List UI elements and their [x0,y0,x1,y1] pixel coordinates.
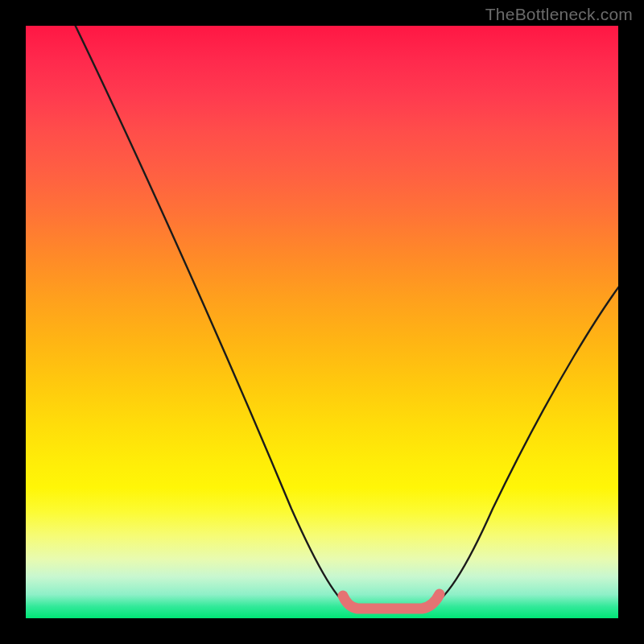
watermark-text: TheBottleneck.com [485,5,633,24]
bottleneck-curve [68,26,618,607]
min-plateau-band [343,594,440,609]
chart-frame: TheBottleneck.com [0,0,644,644]
plot-area [26,26,618,618]
curve-layer [26,26,618,618]
